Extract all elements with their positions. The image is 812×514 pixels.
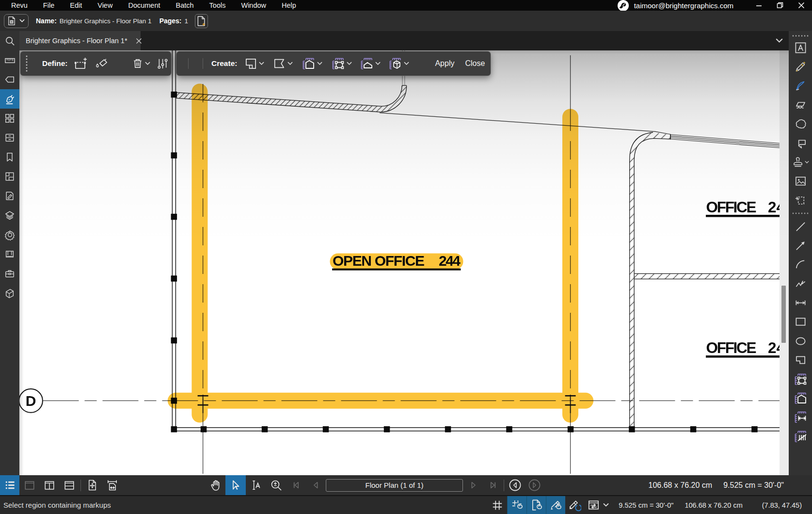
menu-edit[interactable]: Edit: [62, 0, 90, 11]
sidebar-item-3d-model[interactable]: [0, 283, 19, 303]
previous-view-button[interactable]: [506, 475, 524, 495]
document-tab[interactable]: Brighter Graphics - Floor Plan 1*: [19, 31, 141, 50]
next-page-button[interactable]: [463, 475, 483, 495]
sidebar-item-thumbnails[interactable]: [0, 109, 19, 128]
synchronize-views-button[interactable]: [585, 496, 602, 514]
page-navigation-field[interactable]: Floor Plan (1 of 1): [326, 479, 463, 492]
tool-stamp[interactable]: [789, 153, 812, 172]
account-email[interactable]: taimoor@brightergraphics.com: [634, 1, 733, 10]
create-space-button[interactable]: [243, 57, 258, 70]
menu-file[interactable]: File: [35, 0, 62, 11]
tool-callout[interactable]: [789, 133, 812, 152]
drawing-canvas[interactable]: D OPEN OFFICE 244 OFFICE 244 OFFICE 244: [19, 50, 789, 475]
snap-to-grid-button[interactable]: [507, 496, 526, 514]
next-view-button[interactable]: [524, 475, 544, 495]
tool-polyline[interactable]: [789, 274, 812, 293]
tool-ellipse[interactable]: [789, 331, 812, 350]
sidebar-item-markup-tools[interactable]: [0, 89, 19, 109]
grid-toggle-button[interactable]: [488, 496, 507, 514]
tool-polygon[interactable]: [789, 351, 812, 369]
first-page-button[interactable]: [287, 475, 306, 495]
scrollbar-thumb[interactable]: [781, 286, 786, 343]
document-switcher-button[interactable]: [4, 14, 29, 28]
sidebar-item-flags[interactable]: [0, 70, 19, 89]
create-space-chevron-icon[interactable]: [259, 62, 264, 65]
sync-dropdown-chevron-icon[interactable]: [603, 503, 609, 507]
tool-line[interactable]: [789, 217, 812, 236]
sidebar-item-tool-chest[interactable]: [0, 244, 19, 264]
tool-highlighter[interactable]: [789, 77, 812, 96]
fit-width-button[interactable]: [102, 475, 122, 495]
sidebar-item-search[interactable]: [0, 31, 19, 50]
sidebar-item-measure[interactable]: [0, 50, 19, 70]
measure-area-button[interactable]: [301, 56, 316, 71]
tool-eraser[interactable]: [789, 96, 812, 114]
measure-volume-button[interactable]: [387, 56, 403, 71]
tool-pen[interactable]: [789, 57, 812, 76]
menu-batch[interactable]: Batch: [168, 0, 202, 11]
split-vertical-button[interactable]: [39, 475, 59, 495]
tool-cloud[interactable]: [789, 114, 812, 133]
sidebar-item-layers[interactable]: [0, 206, 19, 225]
create-polygon-chevron-icon[interactable]: [287, 62, 293, 65]
tab-list-chevron-icon[interactable]: [776, 31, 783, 50]
minimize-button[interactable]: [748, 0, 769, 11]
zoom-button[interactable]: [266, 475, 287, 495]
previous-page-button[interactable]: [306, 475, 325, 495]
format-paint-button[interactable]: [95, 57, 109, 70]
select-button[interactable]: [225, 475, 246, 495]
reuse-markup-button[interactable]: [565, 496, 585, 514]
menu-document[interactable]: Document: [120, 0, 168, 11]
apply-button[interactable]: Apply: [435, 59, 454, 68]
measure-volume-chevron-icon[interactable]: [404, 62, 409, 65]
measure-perimeter-button[interactable]: [330, 56, 346, 71]
single-pane-button[interactable]: [19, 475, 39, 495]
snap-to-content-button[interactable]: [526, 496, 546, 514]
menu-revu[interactable]: Revu: [3, 0, 35, 11]
tool-measure-area[interactable]: [789, 388, 812, 407]
sidebar-item-markups-list[interactable]: [0, 186, 19, 206]
insert-pages-button[interactable]: [195, 14, 208, 28]
drag-handle-icon[interactable]: [26, 55, 28, 72]
create-polygon-button[interactable]: [272, 57, 287, 70]
tool-text-box[interactable]: [789, 38, 812, 57]
last-page-button[interactable]: [483, 475, 502, 495]
tool-image[interactable]: [789, 172, 812, 191]
toolbar-drag-handle-icon[interactable]: [792, 33, 809, 38]
tab-close-icon[interactable]: [136, 38, 142, 44]
measure-area-chevron-icon[interactable]: [317, 62, 322, 65]
tool-measure-count[interactable]: [789, 427, 812, 446]
select-text-button[interactable]: [246, 475, 266, 495]
delete-button[interactable]: [131, 58, 144, 69]
sidebar-item-spaces[interactable]: [0, 167, 19, 186]
menu-window[interactable]: Window: [233, 0, 274, 11]
close-button[interactable]: [791, 0, 812, 11]
split-horizontal-button[interactable]: [59, 475, 79, 495]
pan-button[interactable]: [206, 475, 225, 495]
sidebar-item-bookmarks[interactable]: [0, 147, 19, 167]
sidebar-item-toolbox[interactable]: [0, 264, 19, 283]
tool-dimension[interactable]: [789, 293, 812, 312]
sidebar-item-file-access[interactable]: [0, 128, 19, 147]
adjust-settings-button[interactable]: [156, 58, 170, 70]
tool-snapshot[interactable]: [789, 191, 812, 209]
restore-button[interactable]: [769, 0, 791, 11]
tool-measure-length[interactable]: [789, 408, 812, 427]
vertical-scrollbar[interactable]: [780, 50, 789, 475]
snap-to-markup-button[interactable]: [546, 496, 565, 514]
tool-measure-perimeter[interactable]: [789, 369, 812, 388]
tool-arc[interactable]: [789, 255, 812, 274]
menu-view[interactable]: View: [90, 0, 120, 11]
markup-list-toggle-button[interactable]: [0, 475, 19, 495]
delete-dropdown-chevron-icon[interactable]: [145, 62, 150, 65]
define-region-button[interactable]: [73, 57, 88, 70]
menu-tools[interactable]: Tools: [202, 0, 234, 11]
measure-slope-chevron-icon[interactable]: [375, 62, 381, 65]
sidebar-item-properties[interactable]: [0, 225, 19, 244]
close-button-toolbar[interactable]: Close: [465, 59, 485, 68]
tool-rectangle[interactable]: [789, 312, 812, 331]
full-screen-button[interactable]: [82, 475, 102, 495]
tool-arrow[interactable]: [789, 236, 812, 255]
measure-perimeter-chevron-icon[interactable]: [347, 62, 352, 65]
measure-slope-button[interactable]: [359, 56, 374, 71]
